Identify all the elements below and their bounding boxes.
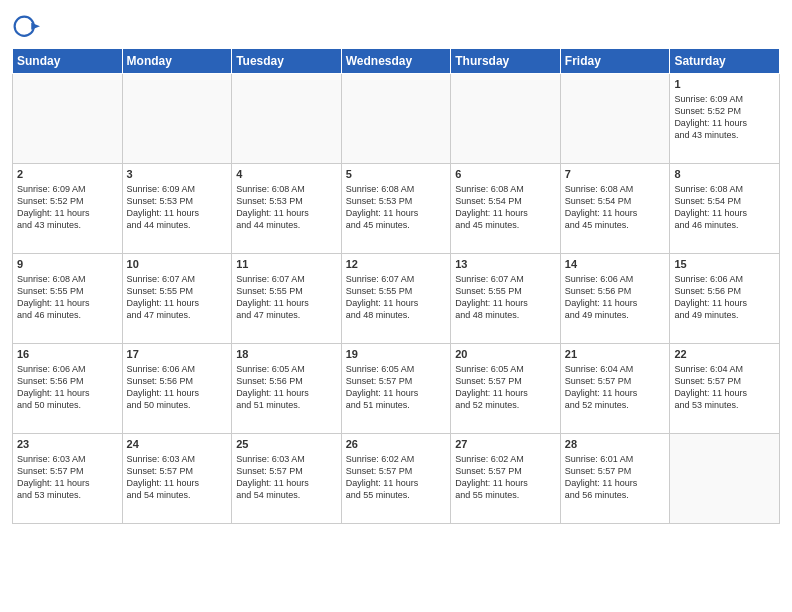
logo (12, 14, 42, 42)
calendar-cell: 5Sunrise: 6:08 AM Sunset: 5:53 PM Daylig… (341, 164, 451, 254)
day-number: 23 (17, 437, 118, 452)
cell-info: Sunrise: 6:08 AM Sunset: 5:54 PM Dayligh… (565, 183, 666, 232)
calendar-cell: 12Sunrise: 6:07 AM Sunset: 5:55 PM Dayli… (341, 254, 451, 344)
calendar-cell: 23Sunrise: 6:03 AM Sunset: 5:57 PM Dayli… (13, 434, 123, 524)
calendar-cell (122, 74, 232, 164)
day-number: 26 (346, 437, 447, 452)
calendar-cell: 28Sunrise: 6:01 AM Sunset: 5:57 PM Dayli… (560, 434, 670, 524)
cell-info: Sunrise: 6:02 AM Sunset: 5:57 PM Dayligh… (346, 453, 447, 502)
svg-point-0 (15, 17, 34, 36)
week-row-2: 2Sunrise: 6:09 AM Sunset: 5:52 PM Daylig… (13, 164, 780, 254)
calendar-cell: 22Sunrise: 6:04 AM Sunset: 5:57 PM Dayli… (670, 344, 780, 434)
week-row-1: 1Sunrise: 6:09 AM Sunset: 5:52 PM Daylig… (13, 74, 780, 164)
day-number: 19 (346, 347, 447, 362)
day-number: 9 (17, 257, 118, 272)
calendar-cell: 19Sunrise: 6:05 AM Sunset: 5:57 PM Dayli… (341, 344, 451, 434)
column-header-saturday: Saturday (670, 49, 780, 74)
day-number: 11 (236, 257, 337, 272)
day-number: 20 (455, 347, 556, 362)
calendar-cell: 16Sunrise: 6:06 AM Sunset: 5:56 PM Dayli… (13, 344, 123, 434)
cell-info: Sunrise: 6:06 AM Sunset: 5:56 PM Dayligh… (127, 363, 228, 412)
cell-info: Sunrise: 6:07 AM Sunset: 5:55 PM Dayligh… (346, 273, 447, 322)
calendar-cell: 20Sunrise: 6:05 AM Sunset: 5:57 PM Dayli… (451, 344, 561, 434)
calendar-page: SundayMondayTuesdayWednesdayThursdayFrid… (0, 0, 792, 534)
day-number: 18 (236, 347, 337, 362)
day-number: 17 (127, 347, 228, 362)
day-number: 21 (565, 347, 666, 362)
calendar-cell (560, 74, 670, 164)
cell-info: Sunrise: 6:05 AM Sunset: 5:56 PM Dayligh… (236, 363, 337, 412)
cell-info: Sunrise: 6:04 AM Sunset: 5:57 PM Dayligh… (674, 363, 775, 412)
cell-info: Sunrise: 6:07 AM Sunset: 5:55 PM Dayligh… (127, 273, 228, 322)
cell-info: Sunrise: 6:08 AM Sunset: 5:54 PM Dayligh… (455, 183, 556, 232)
cell-info: Sunrise: 6:08 AM Sunset: 5:54 PM Dayligh… (674, 183, 775, 232)
day-number: 25 (236, 437, 337, 452)
column-header-tuesday: Tuesday (232, 49, 342, 74)
day-number: 2 (17, 167, 118, 182)
calendar-cell: 1Sunrise: 6:09 AM Sunset: 5:52 PM Daylig… (670, 74, 780, 164)
day-number: 8 (674, 167, 775, 182)
cell-info: Sunrise: 6:03 AM Sunset: 5:57 PM Dayligh… (127, 453, 228, 502)
day-number: 12 (346, 257, 447, 272)
week-row-3: 9Sunrise: 6:08 AM Sunset: 5:55 PM Daylig… (13, 254, 780, 344)
calendar-cell (341, 74, 451, 164)
cell-info: Sunrise: 6:06 AM Sunset: 5:56 PM Dayligh… (565, 273, 666, 322)
day-number: 16 (17, 347, 118, 362)
calendar-cell: 6Sunrise: 6:08 AM Sunset: 5:54 PM Daylig… (451, 164, 561, 254)
calendar-cell: 7Sunrise: 6:08 AM Sunset: 5:54 PM Daylig… (560, 164, 670, 254)
day-number: 22 (674, 347, 775, 362)
day-number: 1 (674, 77, 775, 92)
cell-info: Sunrise: 6:03 AM Sunset: 5:57 PM Dayligh… (236, 453, 337, 502)
cell-info: Sunrise: 6:08 AM Sunset: 5:55 PM Dayligh… (17, 273, 118, 322)
day-number: 4 (236, 167, 337, 182)
calendar-cell: 26Sunrise: 6:02 AM Sunset: 5:57 PM Dayli… (341, 434, 451, 524)
header (12, 10, 780, 42)
calendar-cell: 21Sunrise: 6:04 AM Sunset: 5:57 PM Dayli… (560, 344, 670, 434)
day-number: 28 (565, 437, 666, 452)
cell-info: Sunrise: 6:08 AM Sunset: 5:53 PM Dayligh… (236, 183, 337, 232)
calendar-cell (13, 74, 123, 164)
calendar-table: SundayMondayTuesdayWednesdayThursdayFrid… (12, 48, 780, 524)
day-number: 15 (674, 257, 775, 272)
cell-info: Sunrise: 6:09 AM Sunset: 5:53 PM Dayligh… (127, 183, 228, 232)
day-number: 24 (127, 437, 228, 452)
header-row: SundayMondayTuesdayWednesdayThursdayFrid… (13, 49, 780, 74)
cell-info: Sunrise: 6:03 AM Sunset: 5:57 PM Dayligh… (17, 453, 118, 502)
calendar-cell (451, 74, 561, 164)
calendar-cell: 8Sunrise: 6:08 AM Sunset: 5:54 PM Daylig… (670, 164, 780, 254)
column-header-sunday: Sunday (13, 49, 123, 74)
column-header-wednesday: Wednesday (341, 49, 451, 74)
cell-info: Sunrise: 6:09 AM Sunset: 5:52 PM Dayligh… (674, 93, 775, 142)
day-number: 14 (565, 257, 666, 272)
day-number: 27 (455, 437, 556, 452)
week-row-5: 23Sunrise: 6:03 AM Sunset: 5:57 PM Dayli… (13, 434, 780, 524)
cell-info: Sunrise: 6:02 AM Sunset: 5:57 PM Dayligh… (455, 453, 556, 502)
calendar-cell: 10Sunrise: 6:07 AM Sunset: 5:55 PM Dayli… (122, 254, 232, 344)
cell-info: Sunrise: 6:06 AM Sunset: 5:56 PM Dayligh… (17, 363, 118, 412)
logo-icon (12, 14, 40, 42)
day-number: 3 (127, 167, 228, 182)
calendar-cell: 17Sunrise: 6:06 AM Sunset: 5:56 PM Dayli… (122, 344, 232, 434)
day-number: 5 (346, 167, 447, 182)
column-header-thursday: Thursday (451, 49, 561, 74)
calendar-cell: 27Sunrise: 6:02 AM Sunset: 5:57 PM Dayli… (451, 434, 561, 524)
cell-info: Sunrise: 6:08 AM Sunset: 5:53 PM Dayligh… (346, 183, 447, 232)
cell-info: Sunrise: 6:07 AM Sunset: 5:55 PM Dayligh… (236, 273, 337, 322)
calendar-cell: 15Sunrise: 6:06 AM Sunset: 5:56 PM Dayli… (670, 254, 780, 344)
cell-info: Sunrise: 6:05 AM Sunset: 5:57 PM Dayligh… (346, 363, 447, 412)
day-number: 7 (565, 167, 666, 182)
cell-info: Sunrise: 6:09 AM Sunset: 5:52 PM Dayligh… (17, 183, 118, 232)
calendar-cell: 9Sunrise: 6:08 AM Sunset: 5:55 PM Daylig… (13, 254, 123, 344)
column-header-monday: Monday (122, 49, 232, 74)
calendar-cell (670, 434, 780, 524)
calendar-cell (232, 74, 342, 164)
calendar-cell: 3Sunrise: 6:09 AM Sunset: 5:53 PM Daylig… (122, 164, 232, 254)
cell-info: Sunrise: 6:07 AM Sunset: 5:55 PM Dayligh… (455, 273, 556, 322)
svg-marker-1 (31, 23, 40, 30)
calendar-cell: 4Sunrise: 6:08 AM Sunset: 5:53 PM Daylig… (232, 164, 342, 254)
calendar-cell: 13Sunrise: 6:07 AM Sunset: 5:55 PM Dayli… (451, 254, 561, 344)
calendar-cell: 24Sunrise: 6:03 AM Sunset: 5:57 PM Dayli… (122, 434, 232, 524)
cell-info: Sunrise: 6:05 AM Sunset: 5:57 PM Dayligh… (455, 363, 556, 412)
day-number: 10 (127, 257, 228, 272)
cell-info: Sunrise: 6:04 AM Sunset: 5:57 PM Dayligh… (565, 363, 666, 412)
